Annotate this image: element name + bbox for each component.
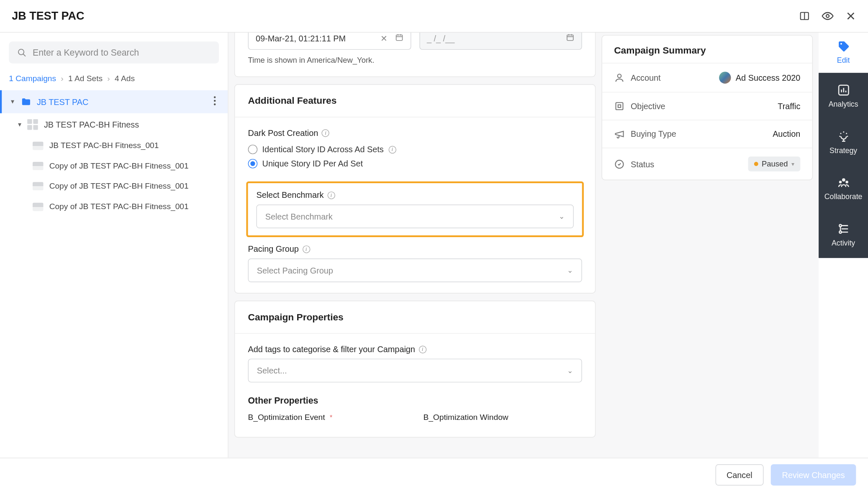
search-icon xyxy=(17,48,27,57)
collaborate-icon xyxy=(837,176,850,189)
svg-rect-10 xyxy=(396,35,402,41)
tag-icon xyxy=(837,40,850,53)
campaign-properties-title: Campaign Properties xyxy=(235,301,595,334)
radio-icon[interactable] xyxy=(248,145,258,154)
svg-point-2 xyxy=(826,15,829,18)
opt-event-label: B_Optimization Event* xyxy=(248,413,407,422)
tags-select[interactable]: Select... ⌄ xyxy=(248,359,582,383)
calendar-icon[interactable] xyxy=(395,33,403,43)
svg-point-26 xyxy=(842,178,845,182)
preview-icon[interactable] xyxy=(822,10,833,22)
strategy-icon xyxy=(837,130,850,143)
clear-date-icon[interactable]: ✕ xyxy=(378,33,390,43)
info-icon[interactable]: i xyxy=(322,129,329,136)
tree-ad-row[interactable]: Copy of JB TEST PAC-BH Fitness_001 xyxy=(0,197,228,217)
close-icon[interactable] xyxy=(845,11,856,22)
buying-type-icon xyxy=(614,129,625,140)
chevron-down-icon: ⌄ xyxy=(567,366,573,375)
tree-adset-label: JB TEST PAC-BH Fitness xyxy=(44,120,139,129)
tree-ad-label: Copy of JB TEST PAC-BH Fitness_001 xyxy=(49,201,189,212)
rail-collaborate[interactable]: Collaborate xyxy=(819,166,868,212)
timezone-note: Time is shown in America/New_York. xyxy=(235,50,595,77)
adset-icon xyxy=(27,119,38,130)
end-date-value: _ /_ /__ xyxy=(427,33,455,43)
ad-icon xyxy=(33,162,44,170)
start-date-input[interactable]: 09-Mar-21, 01:21:11 PM ✕ xyxy=(248,33,411,50)
chevron-down-icon[interactable]: ▾ xyxy=(18,120,25,128)
campaign-summary-card: Campaign Summary Account Ad Success 2020 xyxy=(601,35,813,180)
svg-point-28 xyxy=(845,181,848,183)
breadcrumb-ads[interactable]: 4 Ads xyxy=(115,74,135,83)
tree-ad-label: JB TEST PAC-BH Fitness_001 xyxy=(49,141,159,151)
rail-strategy[interactable]: Strategy xyxy=(819,119,868,166)
svg-rect-20 xyxy=(618,105,621,107)
header-bar: JB TEST PAC xyxy=(0,0,868,33)
svg-point-5 xyxy=(18,49,24,54)
search-input[interactable] xyxy=(33,47,211,57)
pacing-placeholder: Select Pacing Group xyxy=(257,266,333,275)
objective-icon xyxy=(614,101,625,112)
svg-point-9 xyxy=(214,103,216,105)
additional-features-card: Additional Features Dark Post Creation i… xyxy=(234,84,596,293)
tree-campaign-label: JB TEST PAC xyxy=(37,97,89,107)
radio-identical[interactable]: Identical Story ID Across Ad Sets i xyxy=(248,142,582,156)
cancel-button[interactable]: Cancel xyxy=(715,464,764,485)
campaign-properties-card: Campaign Properties Add tags to categori… xyxy=(234,301,596,437)
objective-value: Traffic xyxy=(778,101,800,111)
kebab-menu-icon[interactable] xyxy=(209,96,221,107)
buying-label: Buying Type xyxy=(631,129,676,139)
benchmark-label: Select Benchmark i xyxy=(256,190,573,200)
benchmark-select[interactable]: Select Benchmark ⌄ xyxy=(256,205,573,228)
opt-window-label: B_Optimization Window xyxy=(423,413,582,422)
search-input-wrapper[interactable] xyxy=(9,41,219,63)
status-label: Status xyxy=(631,159,654,169)
end-date-input[interactable]: _ /_ /__ xyxy=(419,33,582,50)
info-icon[interactable]: i xyxy=(327,191,335,199)
objective-label: Objective xyxy=(631,101,665,111)
tags-placeholder: Select... xyxy=(257,366,287,376)
tree-ad-label: Copy of JB TEST PAC-BH Fitness_001 xyxy=(49,161,189,171)
tree-adset-row[interactable]: ▾ JB TEST PAC-BH Fitness xyxy=(0,113,228,136)
tree-campaign-row[interactable]: ▾ JB TEST PAC xyxy=(0,90,228,113)
chevron-right-icon: › xyxy=(107,74,110,83)
other-properties-title: Other Properties xyxy=(248,396,582,406)
info-icon[interactable]: i xyxy=(388,146,396,153)
tree-ad-row[interactable]: Copy of JB TEST PAC-BH Fitness_001 xyxy=(0,156,228,176)
svg-rect-14 xyxy=(567,35,573,41)
rail-activity[interactable]: Activity xyxy=(819,212,868,258)
tree-ad-row[interactable]: JB TEST PAC-BH Fitness_001 xyxy=(0,136,228,156)
breadcrumb: 1 Campaigns › 1 Ad Sets › 4 Ads xyxy=(0,64,228,90)
tree-ad-row[interactable]: Copy of JB TEST PAC-BH Fitness_001 xyxy=(0,176,228,197)
tags-label: Add tags to categorise & filter your Cam… xyxy=(248,345,582,354)
review-changes-button[interactable]: Review Changes xyxy=(771,464,856,485)
avatar xyxy=(719,72,731,84)
status-dot-icon xyxy=(754,162,758,166)
radio-unique[interactable]: Unique Story ID Per Ad Set xyxy=(248,156,582,171)
info-icon[interactable]: i xyxy=(302,245,310,253)
analytics-icon xyxy=(837,84,850,97)
svg-point-30 xyxy=(839,231,841,233)
dark-post-label: Dark Post Creation i xyxy=(248,128,582,138)
svg-point-27 xyxy=(839,181,841,183)
benchmark-placeholder: Select Benchmark xyxy=(265,212,333,221)
info-icon[interactable]: i xyxy=(419,345,426,353)
chevron-right-icon: › xyxy=(61,74,63,83)
svg-point-29 xyxy=(839,225,841,227)
breadcrumb-adsets[interactable]: 1 Ad Sets xyxy=(68,74,103,83)
chevron-down-icon[interactable]: ▾ xyxy=(11,98,18,105)
radio-icon[interactable] xyxy=(248,159,258,169)
account-value: Ad Success 2020 xyxy=(736,73,800,82)
panel-toggle-icon[interactable] xyxy=(799,11,810,22)
breadcrumb-campaigns[interactable]: 1 Campaigns xyxy=(9,74,56,83)
summary-title: Campaign Summary xyxy=(602,36,812,63)
sidebar: 1 Campaigns › 1 Ad Sets › 4 Ads ▾ JB TES… xyxy=(0,33,229,458)
chevron-down-icon: ▾ xyxy=(791,161,794,167)
calendar-icon[interactable] xyxy=(566,33,574,43)
pacing-select[interactable]: Select Pacing Group ⌄ xyxy=(248,258,582,282)
required-asterisk: * xyxy=(330,414,332,421)
status-badge[interactable]: Paused ▾ xyxy=(748,156,800,171)
status-icon xyxy=(614,159,625,169)
rail-analytics[interactable]: Analytics xyxy=(819,73,868,119)
rail-edit[interactable]: Edit xyxy=(819,33,868,73)
dates-card: Start Date 09-Mar-21, 01:21:11 PM ✕ xyxy=(234,33,596,77)
